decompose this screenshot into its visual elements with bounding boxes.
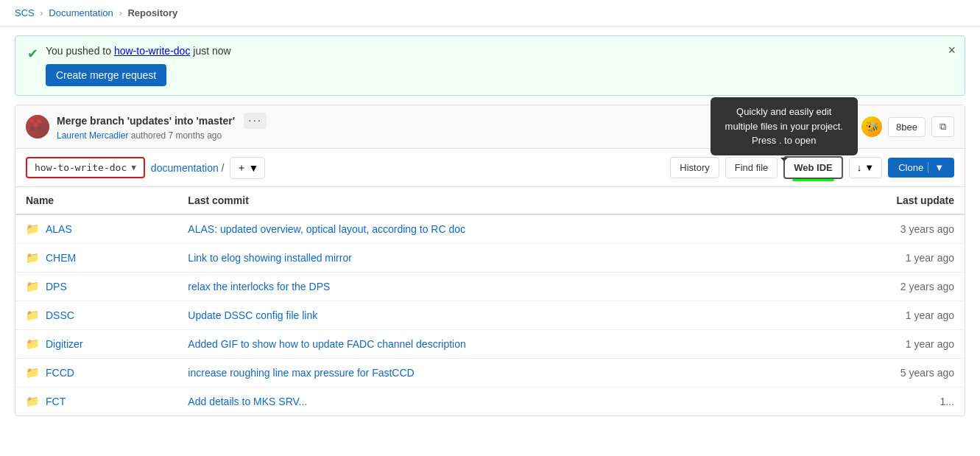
plus-icon: ＋ [236, 161, 247, 175]
branch-actions: History Find file Quickly and easily edi… [670, 156, 954, 179]
clone-button[interactable]: Clone ▼ [888, 158, 954, 178]
branch-name: how-to-write-doc [35, 162, 127, 173]
file-name-cell: 📁 FCT [26, 395, 167, 408]
file-name-cell: 📁 DPS [26, 280, 167, 293]
add-file-button[interactable]: ＋ ▼ [230, 157, 265, 179]
folder-icon: 📁 [26, 395, 40, 408]
commit-message: Merge branch 'updates' into 'master' [57, 115, 235, 127]
last-update-cell: 1 year ago [801, 244, 965, 273]
chevron-down-icon: ▼ [131, 163, 136, 172]
breadcrumb: SCS › Documentation › Repository [0, 0, 980, 27]
repository-section: Merge branch 'updates' into 'master' ···… [15, 105, 965, 416]
file-name-cell: 📁 CHEM [26, 251, 167, 264]
col-last-commit: Last commit [177, 187, 800, 214]
commit-message-link[interactable]: increase roughing line max pressure for … [188, 367, 414, 379]
branch-bar: how-to-write-doc ▼ documentation / ＋ ▼ H… [15, 149, 965, 187]
find-file-button[interactable]: Find file [725, 157, 778, 178]
download-button[interactable]: ↓ ▼ [849, 157, 882, 178]
avatar-pattern [30, 119, 45, 134]
col-last-update: Last update [801, 187, 965, 214]
commit-message-link[interactable]: relax the interlocks for the DPS [188, 281, 330, 292]
avatar [26, 115, 49, 138]
folder-icon: 📁 [26, 222, 40, 236]
table-row: 📁 DPS relax the interlocks for the DPS 2… [15, 273, 965, 301]
folder-icon: 📁 [26, 280, 40, 293]
svg-rect-4 [38, 127, 41, 130]
last-update-cell: 3 years ago [801, 214, 965, 244]
file-link[interactable]: DPS [46, 281, 67, 292]
branch-link[interactable]: how-to-write-doc [114, 45, 190, 57]
history-button[interactable]: History [670, 157, 719, 178]
clone-chevron-icon: ▼ [928, 162, 944, 173]
web-ide-button[interactable]: Web IDE [783, 156, 843, 179]
bee-avatar: 🐝 [861, 116, 882, 137]
svg-rect-0 [30, 119, 34, 123]
copy-hash-button[interactable]: ⧉ [931, 116, 954, 137]
download-icon: ↓ [857, 162, 862, 173]
svg-rect-2 [38, 119, 41, 123]
notification-close-button[interactable]: × [948, 43, 956, 57]
file-link[interactable]: DSSC [46, 309, 74, 321]
path-link[interactable]: documentation [151, 162, 219, 174]
svg-rect-1 [34, 123, 38, 127]
create-merge-request-button[interactable]: Create merge request [46, 64, 166, 86]
file-name-cell: 📁 ALAS [26, 222, 167, 236]
commit-message-link[interactable]: Add details to MKS SRV... [188, 396, 307, 407]
web-ide-tooltip: Quickly and easily edit multiple files i… [711, 97, 858, 155]
last-update-cell: 5 years ago [801, 359, 965, 387]
last-update-cell: 1 year ago [801, 330, 965, 359]
file-name-cell: 📁 Digitizer [26, 337, 167, 351]
breadcrumb-repository: Repository [127, 7, 177, 18]
breadcrumb-scs[interactable]: SCS [15, 7, 35, 18]
last-update-cell: 2 years ago [801, 273, 965, 301]
commit-actions: 🐝 8bee ⧉ [861, 116, 954, 137]
file-name-cell: 📁 DSSC [26, 309, 167, 322]
file-link[interactable]: FCCD [46, 367, 74, 379]
commit-message-link[interactable]: Link to elog showing installed mirror [188, 252, 352, 264]
breadcrumb-documentation[interactable]: Documentation [49, 7, 113, 18]
download-chevron-icon: ▼ [864, 162, 874, 173]
file-link[interactable]: Digitizer [46, 338, 83, 350]
commit-dots-button[interactable]: ··· [244, 113, 267, 129]
commit-message-link[interactable]: Update DSSC config file link [188, 309, 317, 321]
commit-message-link[interactable]: Added GIF to show how to update FADC cha… [188, 338, 465, 350]
add-chevron-icon: ▼ [248, 162, 258, 174]
commit-hash-button[interactable]: 8bee [888, 117, 926, 137]
check-icon: ✔ [27, 46, 38, 62]
folder-icon: 📁 [26, 366, 40, 379]
file-link[interactable]: CHEM [46, 252, 76, 264]
table-row: 📁 ALAS ALAS: updated overview, optical l… [15, 214, 965, 244]
table-row: 📁 FCCD increase roughing line max pressu… [15, 359, 965, 387]
notification-text: You pushed to how-to-write-doc just now [46, 45, 231, 57]
table-row: 📁 DSSC Update DSSC config file link 1 ye… [15, 301, 965, 330]
commit-message-link[interactable]: ALAS: updated overview, optical layout, … [188, 223, 465, 235]
branch-selector[interactable]: how-to-write-doc ▼ [26, 157, 145, 178]
table-row: 📁 CHEM Link to elog showing installed mi… [15, 244, 965, 273]
svg-rect-3 [30, 127, 34, 130]
col-name: Name [15, 187, 177, 214]
last-update-cell: 1 year ago [801, 301, 965, 330]
file-link[interactable]: FCT [46, 396, 66, 407]
table-row: 📁 Digitizer Added GIF to show how to upd… [15, 330, 965, 359]
file-table: Name Last commit Last update 📁 ALAS ALAS… [15, 187, 965, 415]
notification-bar: ✔ You pushed to how-to-write-doc just no… [15, 35, 965, 96]
file-link[interactable]: ALAS [46, 223, 72, 235]
web-ide-container: Quickly and easily edit multiple files i… [783, 156, 843, 179]
folder-icon: 📁 [26, 337, 40, 351]
path-label: documentation / [151, 162, 225, 174]
folder-icon: 📁 [26, 251, 40, 264]
file-name-cell: 📁 FCCD [26, 366, 167, 379]
table-row: 📁 FCT Add details to MKS SRV... 1... [15, 387, 965, 416]
folder-icon: 📁 [26, 309, 40, 322]
commit-author-link[interactable]: Laurent Mercadier [57, 130, 128, 141]
last-update-cell: 1... [801, 387, 965, 416]
